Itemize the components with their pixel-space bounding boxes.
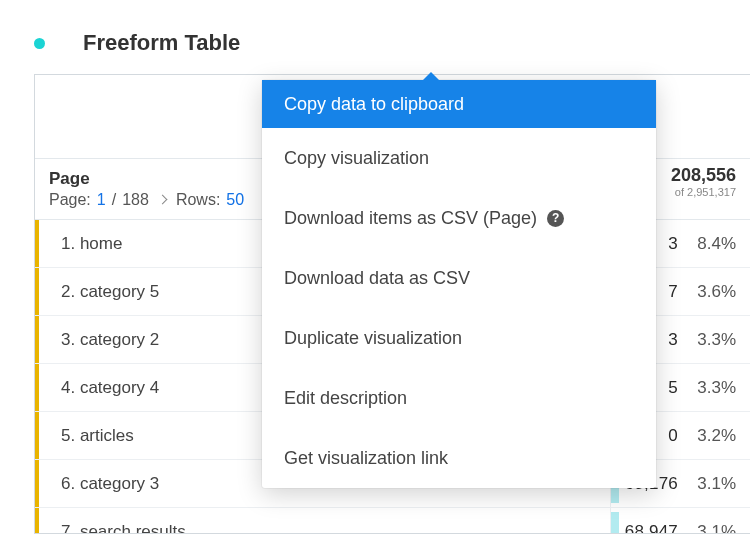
context-menu-item[interactable]: Duplicate visualization	[262, 308, 656, 368]
context-menu-item-label: Download data as CSV	[284, 268, 470, 289]
rows-per-page[interactable]: 50	[226, 191, 244, 209]
dimension-value: search results	[80, 522, 186, 535]
context-menu-item[interactable]: Download data as CSV	[262, 248, 656, 308]
metric-percent: 3.1%	[696, 522, 736, 535]
dimension-value: category 5	[80, 282, 159, 302]
dimension-value: category 2	[80, 330, 159, 350]
panel-header: Freeform Table	[0, 0, 750, 74]
rows-prefix: Rows:	[176, 191, 220, 209]
dimension-value: articles	[80, 426, 134, 446]
context-menu-item[interactable]: Edit description	[262, 368, 656, 428]
dimension-value: category 3	[80, 474, 159, 494]
context-menu-item-label: Copy visualization	[284, 148, 429, 169]
row-index: 1.	[61, 234, 80, 254]
metric-percent: 3.6%	[696, 282, 736, 302]
context-menu-item[interactable]: Copy visualization	[262, 128, 656, 188]
context-menu-item-label: Get visualization link	[284, 448, 448, 469]
row-index: 6.	[61, 474, 80, 494]
metric-value: 68,947	[622, 522, 678, 535]
help-icon[interactable]: ?	[547, 210, 564, 227]
metric-percent: 3.2%	[696, 426, 736, 446]
viz-type-dot[interactable]	[34, 38, 45, 49]
pager-separator: /	[112, 191, 116, 209]
context-menu-item-label: Edit description	[284, 388, 407, 409]
context-menu-item[interactable]: Copy data to clipboard	[262, 80, 656, 128]
metric-percent: 8.4%	[696, 234, 736, 254]
metric-percent: 3.1%	[696, 474, 736, 494]
context-menu-item-label: Download items as CSV (Page)	[284, 208, 537, 229]
context-menu-item[interactable]: Download items as CSV (Page)?	[262, 188, 656, 248]
viz-title[interactable]: Freeform Table	[83, 30, 240, 56]
metric-bar	[611, 512, 619, 534]
dimension-value: home	[80, 234, 123, 254]
metric-percent: 3.3%	[696, 330, 736, 350]
dimension-value: category 4	[80, 378, 159, 398]
context-menu-item-label: Copy data to clipboard	[284, 94, 464, 115]
pager-current-page[interactable]: 1	[97, 191, 106, 209]
row-index: 7.	[61, 522, 80, 535]
context-menu-item[interactable]: Get visualization link	[262, 428, 656, 488]
row-index: 5.	[61, 426, 80, 446]
pager-prefix: Page:	[49, 191, 91, 209]
row-index: 3.	[61, 330, 80, 350]
metric-cell[interactable]: 68,9473.1%	[610, 508, 750, 534]
pager-total-pages: 188	[122, 191, 149, 209]
row-index: 4.	[61, 378, 80, 398]
dimension-cell[interactable]: 7. search results	[39, 508, 610, 534]
metric-percent: 3.3%	[696, 378, 736, 398]
table-row[interactable]: 7. search results68,9473.1%	[35, 508, 750, 534]
chevron-right-icon[interactable]	[157, 195, 167, 205]
context-menu: Copy data to clipboardCopy visualization…	[262, 80, 656, 488]
row-index: 2.	[61, 282, 80, 302]
context-menu-item-label: Duplicate visualization	[284, 328, 462, 349]
